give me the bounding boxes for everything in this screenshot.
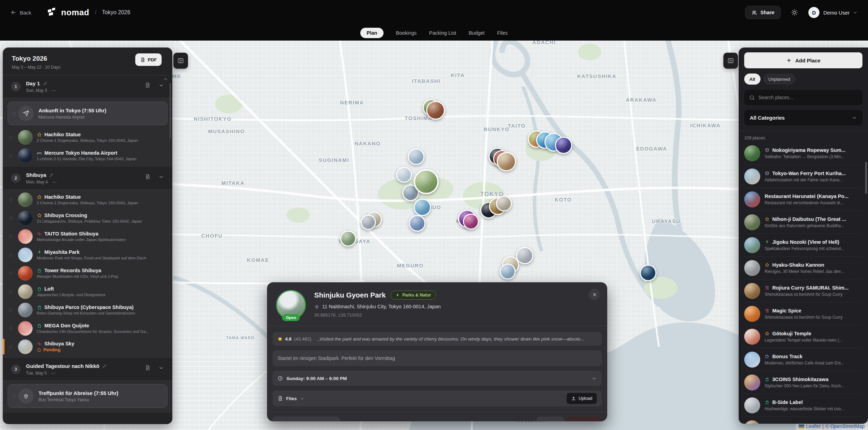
drag-handle-icon[interactable] — [8, 135, 13, 140]
day-collapse-chevron-icon[interactable] — [158, 365, 164, 371]
tab-files[interactable]: Files — [497, 28, 508, 38]
itinerary-place-item[interactable]: Shibuya Crossing21 Udagawacho, Shibuya, … — [3, 209, 172, 227]
collapse-left-panel-button[interactable] — [173, 53, 188, 69]
itinerary-place-item[interactable]: Tower Records ShibuyaRiesiger Musikladen… — [3, 264, 172, 282]
place-marker[interactable] — [640, 265, 656, 281]
share-button[interactable]: Share — [745, 6, 781, 19]
place-list-item[interactable]: Village Vanguard — [744, 416, 862, 424]
place-list-item[interactable]: Restaurant Harunatei (Kanaya Po...Restau… — [744, 188, 862, 210]
place-marker[interactable] — [408, 148, 424, 165]
itinerary-place-item[interactable]: Shibuya SkyPending — [3, 337, 172, 356]
tab-plan[interactable]: Plan — [360, 28, 384, 38]
category-select[interactable]: All Categories — [744, 110, 862, 126]
itinerary-place-item[interactable]: Mercure Tokyo Haneda Airport1-chōme-2-11… — [3, 146, 172, 165]
place-list-item[interactable]: Nokogiriyama Ropeway Sum...Seilbahn: Tal… — [744, 142, 862, 165]
day-header[interactable]: 3Guided Tagestour nach NikkōTue, May 5— — [3, 358, 172, 380]
edit-button[interactable]: Edit — [536, 416, 565, 421]
place-marker[interactable] — [555, 137, 572, 154]
itinerary-note-card[interactable]: Ankunft in Tokyo (7:55 Uhr)Mercure Haned… — [8, 102, 167, 125]
itinerary-place-item[interactable]: MEGA Don QuijoteChaotischer 24h-Discount… — [3, 319, 172, 337]
place-list-item[interactable]: Tokyo-Wan Ferry Port Kuriha...Abfahrtsst… — [744, 165, 862, 188]
place-marker[interactable] — [414, 199, 431, 216]
note-input[interactable] — [277, 355, 597, 361]
itinerary-note-card[interactable]: Treffpunkt für Abreise (7:55 Uhr)Bus Ter… — [8, 384, 167, 408]
place-marker[interactable] — [463, 214, 479, 230]
place-list-item[interactable]: Hyaku-Shaku KannonRiesiges, 30 Meter hoh… — [744, 256, 862, 279]
upload-icon — [571, 396, 576, 401]
place-marker[interactable] — [340, 231, 356, 247]
filter-pill-unplanned[interactable]: Unplanned — [763, 74, 796, 85]
brand-logo[interactable]: nomad — [46, 7, 89, 18]
user-avatar[interactable]: D — [808, 7, 819, 18]
place-marker[interactable] — [396, 167, 412, 183]
itinerary-place-item[interactable]: TAITO Station ShibuyaMehrstöckige Arcade… — [3, 227, 172, 246]
place-list-item[interactable]: B-Side LabelHochwertige, wasserfeste Sti… — [744, 394, 862, 416]
collapse-right-panel-button[interactable] — [723, 53, 738, 69]
theme-toggle-sun-icon[interactable] — [791, 9, 798, 16]
opening-hours-row[interactable]: Sunday: 9:00 AM – 6:00 PM — [273, 371, 602, 386]
drag-handle-icon[interactable] — [8, 289, 13, 294]
place-marker[interactable] — [426, 101, 445, 120]
place-list-item[interactable]: Magic SpiceShimokitazawa ist berühmt für… — [744, 302, 862, 325]
drag-handle-icon[interactable] — [8, 344, 13, 349]
day-notes-icon[interactable] — [145, 82, 151, 88]
files-row[interactable]: Files Upload — [273, 390, 602, 406]
day-notes-icon[interactable] — [145, 365, 151, 371]
place-thumbnail — [18, 284, 33, 299]
export-pdf-button[interactable]: PDF — [135, 53, 162, 66]
doc-icon — [140, 57, 145, 62]
drag-handle-icon[interactable] — [8, 252, 13, 257]
itinerary-place-item[interactable]: Hachiko Statue2 Chome-1 Dogenzaka, Shibu… — [3, 190, 172, 209]
drag-handle-icon[interactable] — [12, 111, 17, 116]
itinerary-place-item[interactable]: Shibuya Parco (Cyberspace Shibuya)Retro-… — [3, 301, 172, 319]
day-header[interactable]: 1Day 1Sun, May 3— — [3, 75, 172, 97]
close-card-button[interactable] — [588, 289, 600, 300]
place-marker[interactable] — [496, 196, 512, 212]
itinerary-scrollbar[interactable] — [170, 83, 171, 138]
selected-place-marker[interactable] — [414, 169, 439, 194]
pencil-icon — [542, 421, 547, 422]
tab-packing-list[interactable]: Packing List — [429, 28, 456, 38]
drag-handle-icon[interactable] — [8, 326, 13, 331]
open-google-maps-button[interactable]: Open in Google Maps — [273, 416, 340, 421]
user-menu-chevron-icon[interactable] — [853, 10, 858, 15]
day-header[interactable]: 2ShibuyaMon, May 4— — [3, 167, 172, 189]
drag-handle-icon[interactable] — [8, 234, 13, 239]
search-input[interactable] — [758, 95, 858, 100]
itinerary-place-item[interactable]: LoftJapanischer Lifestyle- und Designsto… — [3, 282, 172, 301]
delete-button[interactable]: Delete — [568, 416, 602, 421]
place-marker[interactable] — [361, 215, 376, 230]
itinerary-place-item[interactable]: Miyashita ParkModerner Park mit Shops, F… — [3, 246, 172, 264]
place-list-item[interactable]: Nihon-ji Daibutsu (The Great ...Größte a… — [744, 210, 862, 233]
scroll-up-icon[interactable] — [163, 77, 168, 82]
drag-handle-icon[interactable] — [8, 307, 13, 312]
rating-review-row[interactable]: 4.6 (43.462) · „Visited the park and was… — [273, 332, 602, 346]
place-list-item[interactable]: Jigoku Nozoki (View of Hell)Spektakuläre… — [744, 233, 862, 256]
place-list-item[interactable]: Gōtokuji TempleLegendärer Tempel voller … — [744, 325, 862, 348]
day-notes-icon[interactable] — [145, 174, 151, 180]
osm-link[interactable]: © OpenStreetMap — [825, 423, 865, 429]
drag-handle-icon[interactable] — [8, 270, 13, 276]
upload-button[interactable]: Upload — [567, 393, 597, 404]
filter-pill-all[interactable]: All — [744, 74, 760, 85]
drag-handle-icon[interactable] — [12, 394, 17, 399]
place-marker[interactable] — [497, 152, 516, 171]
tab-bookings[interactable]: Bookings — [396, 28, 417, 38]
place-marker[interactable] — [409, 215, 426, 232]
place-list-item[interactable]: 3COINS ShimokitazawaStylischer 300-Yen-L… — [744, 371, 862, 394]
place-list-item[interactable]: Bonus TrackModernes, dörfliches Café-Are… — [744, 348, 862, 371]
drag-handle-icon[interactable] — [8, 215, 13, 221]
drag-handle-icon[interactable] — [8, 197, 13, 202]
tab-budget[interactable]: Budget — [469, 28, 484, 38]
back-button[interactable]: Back — [10, 9, 31, 16]
places-scrollbar[interactable] — [865, 162, 867, 194]
itinerary-place-item[interactable]: Hachiko Statue2 Chome-1 Dogenzaka, Shibu… — [3, 128, 172, 146]
place-marker[interactable] — [500, 264, 516, 280]
place-list-item[interactable]: Rojiura Curry SAMURAI. Shim...Shimokitaz… — [744, 279, 862, 302]
day-collapse-chevron-icon[interactable] — [158, 83, 164, 88]
map-label: KOMAE — [247, 257, 269, 263]
drag-handle-icon[interactable] — [8, 153, 13, 158]
add-place-button[interactable]: Add Place — [744, 52, 862, 68]
day-collapse-chevron-icon[interactable] — [158, 174, 164, 180]
leaflet-link[interactable]: Leaflet — [806, 423, 820, 429]
